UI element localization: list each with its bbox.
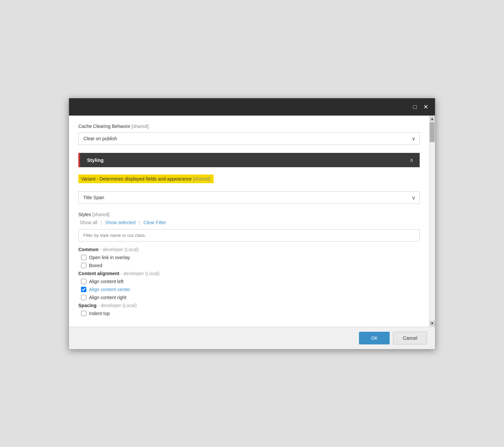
checkbox-indent-top-input[interactable] bbox=[81, 311, 86, 316]
checkbox-indent-top-label: Indent top bbox=[89, 311, 110, 316]
checkbox-boxed-label: Boxed bbox=[89, 263, 102, 268]
checkbox-open-link-overlay-input[interactable] bbox=[81, 255, 86, 260]
cancel-button[interactable]: Cancel bbox=[393, 332, 427, 344]
checkbox-indent-top: Indent top bbox=[78, 311, 420, 316]
filter-links: Show all | Show selected | Clear Filter bbox=[78, 220, 420, 225]
styles-label: Styles [shared]: bbox=[78, 212, 420, 217]
checkbox-align-center: Align content center bbox=[78, 287, 420, 292]
scrollbar-up-arrow[interactable]: ▲ bbox=[430, 116, 435, 122]
restore-button[interactable]: □ bbox=[412, 103, 418, 111]
styling-section-title: Styling bbox=[84, 157, 104, 163]
style-filter-input[interactable] bbox=[78, 229, 420, 241]
scrollbar-thumb[interactable] bbox=[430, 122, 435, 142]
checkbox-align-center-input[interactable] bbox=[81, 287, 86, 292]
checkbox-open-link-overlay-label: Open link in overlay bbox=[89, 255, 130, 260]
show-selected-link[interactable]: Show selected bbox=[104, 220, 137, 225]
scrollbar-down-arrow[interactable]: ▼ bbox=[430, 321, 435, 326]
checkbox-align-right-input[interactable] bbox=[81, 295, 86, 300]
close-button[interactable]: ✕ bbox=[422, 103, 430, 111]
clear-filter-link[interactable]: Clear Filter bbox=[142, 220, 167, 225]
show-all-link[interactable]: Show all bbox=[78, 220, 99, 225]
checkbox-boxed-input[interactable] bbox=[81, 263, 86, 268]
variant-select[interactable]: Title Span Title Block Default bbox=[78, 191, 420, 204]
styling-section-header[interactable]: Styling ∧ bbox=[78, 153, 420, 167]
variant-label: Variant - Determines displayed fields an… bbox=[78, 175, 214, 183]
cache-clearing-select-wrapper: Clear on publish Clear on request Never … bbox=[78, 132, 420, 145]
checkbox-align-right-label: Align content right bbox=[89, 295, 126, 300]
styling-collapse-icon: ∧ bbox=[410, 157, 414, 163]
group-label-content-alignment: Content alignment - developer (Local) bbox=[78, 271, 420, 276]
checkbox-align-center-label: Align content center bbox=[89, 287, 130, 292]
dialog-content: Cache Clearing Behavior [shared]: Clear … bbox=[69, 116, 429, 327]
cache-clearing-select[interactable]: Clear on publish Clear on request Never … bbox=[78, 132, 420, 145]
checkbox-align-right: Align content right bbox=[78, 295, 420, 300]
cache-clearing-label: Cache Clearing Behavior [shared]: bbox=[78, 124, 420, 129]
styles-shared-tag: [shared]: bbox=[92, 212, 110, 217]
cache-shared-tag: [shared]: bbox=[132, 124, 150, 129]
checkbox-align-left-input[interactable] bbox=[81, 279, 86, 284]
checkbox-align-left-label: Align content left bbox=[89, 279, 124, 284]
checkbox-open-link-overlay: Open link in overlay bbox=[78, 255, 420, 260]
dialog-footer: OK Cancel bbox=[69, 327, 435, 349]
checkbox-align-left: Align content left bbox=[78, 279, 420, 284]
dialog-body: Cache Clearing Behavior [shared]: Clear … bbox=[69, 116, 435, 327]
checkbox-boxed: Boxed bbox=[78, 263, 420, 268]
group-label-spacing: Spacing - developer (Local) bbox=[78, 303, 420, 308]
checkbox-groups: Common - developer (Local) Open link in … bbox=[78, 247, 420, 316]
dialog: □ ✕ Cache Clearing Behavior [shared]: Cl… bbox=[69, 98, 435, 349]
variant-label-wrap: Variant - Determines displayed fields an… bbox=[78, 175, 420, 187]
scrollbar-track: ▲ ▼ bbox=[429, 116, 435, 327]
variant-shared-tag: [shared]: bbox=[193, 176, 211, 182]
ok-button[interactable]: OK bbox=[359, 332, 390, 344]
variant-select-wrapper: Title Span Title Block Default ∨ bbox=[78, 191, 420, 204]
title-bar: □ ✕ bbox=[69, 98, 435, 116]
scrollbar-thumb-area bbox=[429, 122, 435, 320]
group-label-common: Common - developer (Local) bbox=[78, 247, 420, 252]
